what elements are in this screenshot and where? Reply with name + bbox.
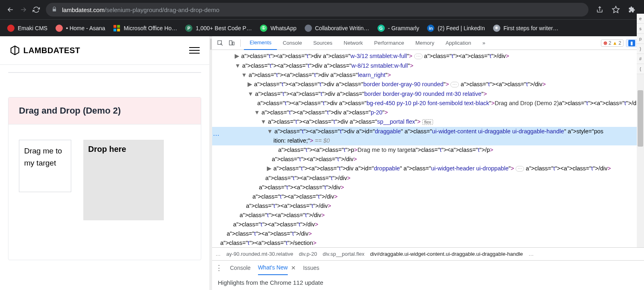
breadcrumb-segment[interactable]: div#draggable.ui-widget-content.ui-dragg… bbox=[370, 251, 523, 257]
devtools-tab-application[interactable]: Application bbox=[440, 36, 477, 50]
dom-line[interactable]: a">class="t"><a">class="t">/section> bbox=[212, 238, 644, 247]
favicon bbox=[305, 25, 312, 32]
drawer-tab-issues[interactable]: Issues bbox=[303, 265, 319, 271]
more-tabs-icon[interactable]: » bbox=[477, 36, 491, 50]
dom-line[interactable]: a">class="t"><a">class="t">p>Drag me to … bbox=[212, 145, 644, 155]
webpage-pane: LAMBDATEST Drag and Drop (Demo 2) Drag m… bbox=[0, 36, 209, 290]
breadcrumb-segment[interactable]: ay-90.rounded.mt-30.relative bbox=[226, 251, 293, 257]
favicon: G bbox=[378, 25, 385, 32]
bookmark-label: Emaki CMS bbox=[18, 25, 47, 31]
dom-breadcrumb[interactable]: …ay-90.rounded.mt-30.relativediv.p-20div… bbox=[212, 247, 644, 260]
drawer-tab-whatsnew[interactable]: What's New bbox=[258, 261, 288, 275]
favicon: ✳ bbox=[493, 25, 500, 32]
bookmarks-bar: Emaki CMS• Home - AsanaMicrosoft Office … bbox=[0, 19, 644, 36]
dom-line[interactable]: a">class="t"><a">class="t">div a">class=… bbox=[212, 99, 644, 108]
droppable-box[interactable]: Drop here bbox=[83, 140, 164, 220]
devtools-tab-performance[interactable]: Performance bbox=[369, 36, 410, 50]
svg-rect-2 bbox=[117, 25, 120, 28]
dom-line[interactable]: ▼ a">class="t"><a">class="t">div a">clas… bbox=[212, 117, 644, 127]
share-icon[interactable] bbox=[594, 4, 605, 15]
dom-line[interactable]: ▼ a">class="t"><a">class="t">div a">clas… bbox=[212, 70, 644, 80]
bookmark-item[interactable]: P1,000+ Best Code P… bbox=[181, 22, 256, 34]
reload-button[interactable] bbox=[30, 3, 43, 16]
extensions-icon[interactable] bbox=[626, 4, 638, 15]
dom-line[interactable]: ▼ a">class="t"><a">class="t">div a">clas… bbox=[212, 108, 644, 117]
favicon: in bbox=[427, 25, 434, 32]
bookmark-item[interactable]: in(2) Feed | LinkedIn bbox=[423, 22, 489, 34]
breadcrumb-segment[interactable]: div.p-20 bbox=[299, 251, 317, 257]
address-bar[interactable]: lambdatest.com/selenium-playground/drag-… bbox=[46, 3, 588, 17]
bookmark-item[interactable]: G- Grammarly bbox=[374, 22, 423, 34]
drawer-tab-close-icon[interactable]: ✕ bbox=[291, 265, 296, 271]
dom-line[interactable]: ▼ a">class="t"><a">class="t">div a">clas… bbox=[212, 61, 644, 70]
dom-line[interactable]: a">class="t"><a">class="t">/div> bbox=[212, 201, 644, 211]
forward-button[interactable] bbox=[17, 3, 30, 16]
breadcrumb-segment[interactable]: … bbox=[528, 251, 534, 257]
dom-line[interactable]: a">class="t"><a">class="t">/div> bbox=[212, 229, 644, 238]
favicon: ① bbox=[260, 25, 267, 32]
bookmark-label: First steps for writer… bbox=[504, 25, 559, 31]
dom-line[interactable]: a">class="t"><a">class="t">/div> bbox=[212, 220, 644, 229]
url-path: /selenium-playground/drag-and-drop-demo bbox=[105, 6, 219, 13]
bookmark-item[interactable]: ①WhatsApp bbox=[256, 22, 301, 34]
pane-divider[interactable] bbox=[209, 36, 212, 290]
dom-line[interactable]: ▼ a">class="t"><a">class="t">div a">id="… bbox=[212, 127, 644, 136]
drawer-content: Highlights from the Chrome 112 update bbox=[212, 275, 644, 290]
drawer-menu-icon[interactable]: ⋮ bbox=[215, 263, 223, 272]
favicon bbox=[56, 25, 63, 32]
bookmark-label: Microsoft Office Ho… bbox=[124, 25, 177, 31]
menu-button[interactable] bbox=[189, 47, 200, 54]
styles-side-tabs[interactable]: esp}#{ bbox=[637, 14, 644, 74]
devtools-tab-console[interactable]: Console bbox=[277, 36, 308, 50]
devtools-tabs: ElementsConsoleSourcesNetworkPerformance… bbox=[212, 36, 644, 50]
svg-rect-3 bbox=[114, 29, 116, 31]
bookmark-label: - Grammarly bbox=[388, 25, 419, 31]
bookmark-item[interactable]: Microsoft Office Ho… bbox=[109, 22, 181, 34]
bookmark-label: (2) Feed | LinkedIn bbox=[438, 25, 485, 31]
draggable-box[interactable]: Drag me to my target bbox=[19, 140, 71, 192]
error-count[interactable]: ⊗2 ▲2 bbox=[601, 39, 623, 47]
bookmark-item[interactable]: • Home - Asana bbox=[52, 22, 109, 34]
demo-card: Drag and Drop (Demo 2) Drag me to my tar… bbox=[8, 97, 201, 260]
breadcrumb-segment[interactable]: … bbox=[215, 251, 221, 257]
svg-rect-1 bbox=[114, 25, 116, 28]
favicon: P bbox=[185, 25, 192, 32]
brand-text: LAMBDATEST bbox=[23, 46, 80, 55]
dom-line[interactable]: a">class="t"><a">class="t">/div> bbox=[212, 174, 644, 183]
devtools-drawer: ⋮ Console What's New ✕ Issues Highlights… bbox=[212, 260, 644, 290]
demo-title: Drag and Drop (Demo 2) bbox=[8, 97, 201, 124]
devtools-pane: ElementsConsoleSourcesNetworkPerformance… bbox=[212, 36, 644, 290]
dom-line[interactable]: ition: relative;"> == $0 bbox=[212, 136, 644, 145]
dom-line[interactable]: a">class="t"><a">class="t">/div> bbox=[212, 183, 644, 192]
svg-rect-6 bbox=[229, 41, 232, 45]
dom-line[interactable]: ▶ a">class="t"><a">class="t">div a">clas… bbox=[212, 52, 644, 61]
svg-marker-0 bbox=[613, 6, 619, 13]
dom-line[interactable]: a">class="t"><a">class="t">/div> bbox=[212, 155, 644, 164]
devtools-tab-sources[interactable]: Sources bbox=[308, 36, 338, 50]
dom-tree[interactable]: ⋯ ▶ a">class="t"><a">class="t">div a">cl… bbox=[212, 50, 644, 247]
inspect-icon[interactable] bbox=[215, 38, 225, 48]
dom-line[interactable]: a">class="t"><a">class="t">/div> bbox=[212, 211, 644, 220]
dom-line[interactable]: ▼ a">class="t"><a">class="t">div a">clas… bbox=[212, 89, 644, 99]
dom-line[interactable]: ▶ a">class="t"><a">class="t">div a">id="… bbox=[212, 164, 644, 174]
star-icon[interactable] bbox=[610, 4, 621, 15]
bookmark-label: WhatsApp bbox=[270, 25, 297, 31]
devtools-tab-elements[interactable]: Elements bbox=[244, 36, 277, 50]
dom-line[interactable]: a">class="t"><a">class="t">/div> bbox=[212, 192, 644, 201]
lambdatest-logo[interactable]: LAMBDATEST bbox=[10, 45, 80, 56]
svg-rect-4 bbox=[117, 29, 120, 31]
devtools-tab-network[interactable]: Network bbox=[338, 36, 369, 50]
devtools-tab-memory[interactable]: Memory bbox=[410, 36, 440, 50]
back-button[interactable] bbox=[4, 3, 17, 16]
dom-line[interactable]: ▶ a">class="t"><a">class="t">div a">clas… bbox=[212, 80, 644, 89]
breadcrumb-segment[interactable]: div.sp__portal.flex bbox=[323, 251, 365, 257]
favicon bbox=[7, 25, 14, 32]
drawer-tab-console[interactable]: Console bbox=[230, 265, 250, 271]
scrollbar[interactable] bbox=[637, 50, 644, 247]
svg-rect-7 bbox=[233, 42, 234, 45]
lock-icon bbox=[52, 6, 57, 13]
device-toggle-icon[interactable] bbox=[227, 38, 236, 48]
bookmark-item[interactable]: ✳First steps for writer… bbox=[489, 22, 563, 34]
bookmark-item[interactable]: Collaborative Writin… bbox=[301, 22, 374, 34]
bookmark-item[interactable]: Emaki CMS bbox=[3, 22, 52, 34]
